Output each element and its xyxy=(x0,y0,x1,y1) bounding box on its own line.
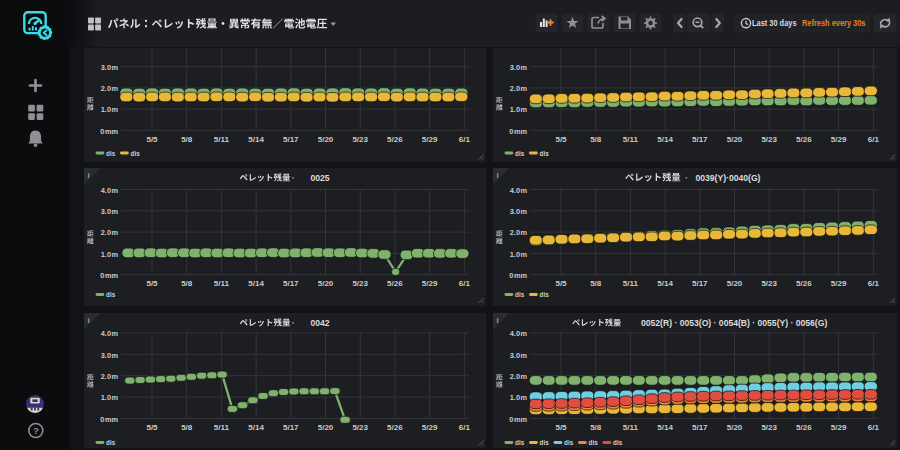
svg-text:6/1: 6/1 xyxy=(458,423,470,432)
svg-text:0 mm: 0 mm xyxy=(509,271,527,280)
svg-text:5/20: 5/20 xyxy=(726,135,742,144)
svg-text:5/23: 5/23 xyxy=(761,279,777,288)
svg-text:0 mm: 0 mm xyxy=(509,126,527,135)
svg-text:5/5: 5/5 xyxy=(555,279,567,288)
svg-text:5/8: 5/8 xyxy=(181,423,193,432)
svg-text:dis: dis xyxy=(106,439,116,446)
svg-text:dis: dis xyxy=(564,439,574,446)
svg-text:5/14: 5/14 xyxy=(657,423,673,432)
svg-text:?: ? xyxy=(33,425,39,436)
svg-text:5/26: 5/26 xyxy=(796,135,812,144)
svg-text:2.0 m: 2.0 m xyxy=(100,228,118,237)
svg-text:5/20: 5/20 xyxy=(726,279,742,288)
svg-text:0025: 0025 xyxy=(310,173,329,183)
svg-text:5/17: 5/17 xyxy=(692,135,708,144)
svg-text:5/5: 5/5 xyxy=(146,423,158,432)
svg-text:5/5: 5/5 xyxy=(555,423,567,432)
svg-text:5/8: 5/8 xyxy=(590,423,602,432)
svg-text:5/20: 5/20 xyxy=(317,279,333,288)
svg-text:5/17: 5/17 xyxy=(692,423,708,432)
svg-text:5/29: 5/29 xyxy=(830,279,846,288)
svg-text:5/11: 5/11 xyxy=(213,279,229,288)
svg-text:0 mm: 0 mm xyxy=(509,414,527,423)
svg-text:0042: 0042 xyxy=(310,317,329,327)
svg-text:4.0 m: 4.0 m xyxy=(509,186,527,195)
svg-text:0 mm: 0 mm xyxy=(100,414,118,423)
svg-text:1.0 m: 1.0 m xyxy=(100,393,118,402)
svg-text:0039(Y)·0040(G): 0039(Y)·0040(G) xyxy=(695,173,760,183)
svg-text:dis: dis xyxy=(106,291,116,298)
svg-text:5/29: 5/29 xyxy=(830,135,846,144)
svg-text:4.0 m: 4.0 m xyxy=(100,329,118,338)
svg-text:5/5: 5/5 xyxy=(555,135,567,144)
svg-text:5/26: 5/26 xyxy=(387,279,403,288)
svg-text:5/14: 5/14 xyxy=(248,423,264,432)
svg-text:5/23: 5/23 xyxy=(352,279,368,288)
svg-text:5/20: 5/20 xyxy=(726,423,742,432)
svg-text:5/17: 5/17 xyxy=(692,279,708,288)
svg-text:5/20: 5/20 xyxy=(317,135,333,144)
svg-text:3.0 m: 3.0 m xyxy=(100,207,118,216)
svg-text:4.0 m: 4.0 m xyxy=(100,186,118,195)
svg-text:5/26: 5/26 xyxy=(387,135,403,144)
svg-text:dis: dis xyxy=(130,149,140,156)
svg-text:0 mm: 0 mm xyxy=(100,126,118,135)
svg-text:4.0 m: 4.0 m xyxy=(509,329,527,338)
svg-text:5/11: 5/11 xyxy=(622,135,638,144)
svg-text:1.0 m: 1.0 m xyxy=(100,105,118,114)
svg-text:5/14: 5/14 xyxy=(657,279,673,288)
svg-text:dis: dis xyxy=(588,439,598,446)
svg-text:5/11: 5/11 xyxy=(622,279,638,288)
svg-text:6/1: 6/1 xyxy=(867,135,879,144)
svg-text:dis: dis xyxy=(539,291,549,298)
svg-text:dis: dis xyxy=(515,149,525,156)
svg-text:6/1: 6/1 xyxy=(867,279,879,288)
svg-text:i: i xyxy=(87,315,89,324)
svg-text:3.0 m: 3.0 m xyxy=(100,63,118,72)
svg-text:3.0 m: 3.0 m xyxy=(100,350,118,359)
svg-text:5/11: 5/11 xyxy=(622,423,638,432)
svg-text:1.0 m: 1.0 m xyxy=(509,105,527,114)
svg-text:2.0 m: 2.0 m xyxy=(509,84,527,93)
svg-text:6/1: 6/1 xyxy=(867,423,879,432)
svg-text:0052(R) · 0053(O) · 0054(B) ·: 0052(R) · 0053(O) · 0054(B) · 0055(Y) · … xyxy=(641,317,827,327)
svg-text:dis: dis xyxy=(613,439,623,446)
svg-text:5/20: 5/20 xyxy=(317,423,333,432)
svg-text:5/5: 5/5 xyxy=(146,279,158,288)
svg-text:0 mm: 0 mm xyxy=(100,271,118,280)
svg-text:5/17: 5/17 xyxy=(283,135,299,144)
svg-text:5/11: 5/11 xyxy=(213,423,229,432)
svg-text:1.0 m: 1.0 m xyxy=(509,393,527,402)
svg-text:5/8: 5/8 xyxy=(181,279,193,288)
svg-text:5/8: 5/8 xyxy=(590,279,602,288)
svg-text:i: i xyxy=(496,315,498,324)
svg-text:5/26: 5/26 xyxy=(796,279,812,288)
svg-text:dis: dis xyxy=(515,439,525,446)
svg-text:5/5: 5/5 xyxy=(146,135,158,144)
svg-text:5/23: 5/23 xyxy=(352,423,368,432)
svg-text:5/29: 5/29 xyxy=(421,423,437,432)
svg-text:5/26: 5/26 xyxy=(387,423,403,432)
svg-text:i: i xyxy=(496,171,498,180)
svg-text:5/26: 5/26 xyxy=(796,423,812,432)
svg-text:5/11: 5/11 xyxy=(213,135,229,144)
svg-text:1.0 m: 1.0 m xyxy=(100,250,118,259)
svg-text:5/14: 5/14 xyxy=(248,135,264,144)
svg-text:6/1: 6/1 xyxy=(458,135,470,144)
svg-text:3.0 m: 3.0 m xyxy=(509,63,527,72)
svg-text:1.0 m: 1.0 m xyxy=(509,250,527,259)
svg-text:dis: dis xyxy=(539,149,549,156)
svg-text:Last 30 days: Last 30 days xyxy=(752,18,797,28)
svg-text:6/1: 6/1 xyxy=(458,279,470,288)
svg-text:2.0 m: 2.0 m xyxy=(509,372,527,381)
svg-text:dis: dis xyxy=(515,291,525,298)
svg-text:5/8: 5/8 xyxy=(590,135,602,144)
svg-text:Refresh every 30s: Refresh every 30s xyxy=(802,18,866,28)
svg-text:5/14: 5/14 xyxy=(248,279,264,288)
svg-text:2.0 m: 2.0 m xyxy=(509,228,527,237)
svg-text:5/8: 5/8 xyxy=(181,135,193,144)
svg-text:5/14: 5/14 xyxy=(657,135,673,144)
svg-text:5/29: 5/29 xyxy=(421,135,437,144)
svg-text:5/17: 5/17 xyxy=(283,423,299,432)
svg-text:2.0 m: 2.0 m xyxy=(100,372,118,381)
